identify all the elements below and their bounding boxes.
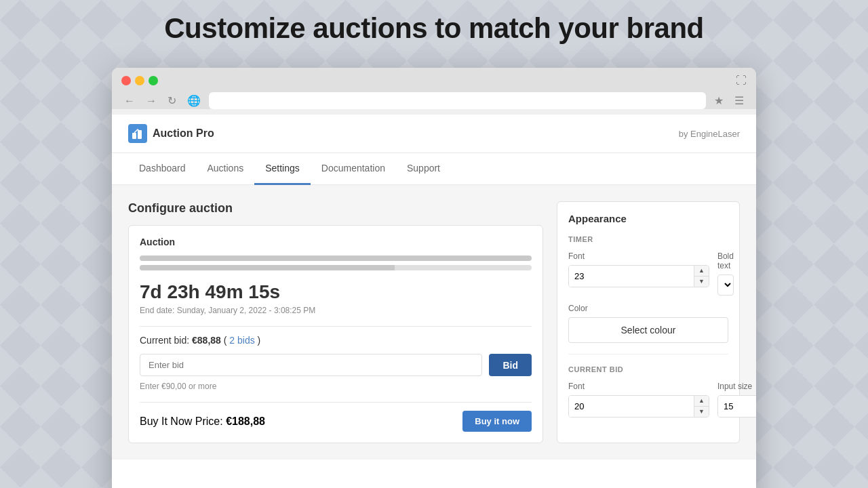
buy-now-button[interactable]: Buy it now <box>462 411 532 432</box>
auction-panel: Auction 7d 23h 49m 15s End date: Sunday,… <box>128 225 543 443</box>
input-size-label: Input size <box>717 382 756 391</box>
color-field-group: Color Select colour <box>568 304 728 343</box>
app-by-label: by EngineLaser <box>679 129 740 139</box>
current-bid-font-group: Font ▲ ▼ <box>568 382 709 418</box>
font-increment[interactable]: ▲ <box>694 266 709 277</box>
current-bid-label: Current bid: <box>140 335 189 346</box>
tab-support[interactable]: Support <box>396 153 451 185</box>
bold-text-label: Bold text <box>717 251 734 270</box>
timer-section-label: TIMER <box>568 235 728 243</box>
font-decrement[interactable]: ▼ <box>694 277 709 287</box>
font-label: Font <box>568 251 709 261</box>
bid-input[interactable] <box>140 354 482 376</box>
timer-display: 7d 23h 49m 15s <box>140 281 532 303</box>
tab-dashboard[interactable]: Dashboard <box>128 153 197 185</box>
globe-icon: 🌐 <box>184 93 203 108</box>
font-input[interactable] <box>569 266 694 287</box>
auction-panel-title: Auction <box>140 237 532 247</box>
current-bid-font-label: Font <box>568 382 709 391</box>
divider-1 <box>140 326 532 327</box>
buy-now-label: Buy It Now Price: <box>140 415 223 427</box>
font-input-wrapper: ▲ ▼ <box>568 265 709 287</box>
logo-icon <box>128 124 147 143</box>
min-bid-note: Enter €90,00 or more <box>140 382 532 391</box>
bold-text-select[interactable]: Yes No <box>717 274 734 296</box>
back-button[interactable]: ← <box>121 94 138 108</box>
current-bid-font-input[interactable] <box>569 396 694 417</box>
buy-now-price: €188,88 <box>226 415 265 427</box>
select-colour-button[interactable]: Select colour <box>568 317 728 343</box>
bid-row: Bid <box>140 354 532 376</box>
traffic-light-green[interactable] <box>149 76 158 85</box>
progress-bar-full <box>140 256 532 261</box>
input-size-input[interactable] <box>718 396 756 417</box>
traffic-light-red[interactable] <box>121 76 131 85</box>
font-spinner: ▲ ▼ <box>694 266 709 287</box>
tab-auctions[interactable]: Auctions <box>197 153 255 185</box>
bid-button[interactable]: Bid <box>489 354 532 376</box>
browser-chrome: ⛶ ← → ↻ 🌐 ★ ☰ <box>112 68 756 109</box>
current-bid-font-wrapper: ▲ ▼ <box>568 395 709 418</box>
appearance-panel: Appearance TIMER Font ▲ ▼ <box>557 201 740 443</box>
browser-top-bar: ⛶ <box>121 75 747 87</box>
appearance-title: Appearance <box>568 213 728 224</box>
browser-window: ⛶ ← → ↻ 🌐 ★ ☰ Auction Pro <box>112 68 756 488</box>
address-bar[interactable] <box>209 92 706 109</box>
bold-text-field-group: Bold text Yes No <box>717 251 734 296</box>
app-nav: Dashboard Auctions Settings Documentatio… <box>112 153 756 185</box>
tab-documentation[interactable]: Documentation <box>311 153 396 185</box>
font-field-group: Font ▲ ▼ <box>568 251 709 296</box>
bid-count: 2 bids <box>229 335 254 346</box>
main-content: Configure auction Auction 7d 23h <box>112 185 756 460</box>
current-bid-row: Current bid: €88,88 ( 2 bids ) <box>140 335 532 346</box>
progress-bar-partial <box>140 265 532 270</box>
page-heading: Customize auctions to match your brand <box>0 12 868 45</box>
svg-rect-0 <box>132 133 136 139</box>
menu-icon[interactable]: ☰ <box>732 93 747 108</box>
star-icon[interactable]: ★ <box>711 93 726 108</box>
input-size-wrapper: ▲ ▼ <box>717 395 756 418</box>
app-logo: Auction Pro <box>128 124 214 143</box>
end-date: End date: Sunday, January 2, 2022 - 3:08… <box>140 306 532 315</box>
app-title: Auction Pro <box>153 127 214 140</box>
input-size-group: Input size ▲ ▼ <box>717 382 756 418</box>
current-bid-section-label: CURRENT BID <box>568 365 728 373</box>
progress-fill-partial <box>140 265 395 270</box>
divider-2 <box>140 402 532 403</box>
progress-fill-full <box>140 256 532 261</box>
progress-bars <box>140 256 532 270</box>
bid-amount-value: €88,88 <box>192 335 221 346</box>
current-bid-fields: Font ▲ ▼ Input size <box>568 382 728 418</box>
app-header: Auction Pro by EngineLaser <box>112 115 756 153</box>
current-bid-font-spinner: ▲ ▼ <box>694 396 709 417</box>
forward-button[interactable]: → <box>143 94 159 108</box>
timer-field-row: Font ▲ ▼ Bold text Yes <box>568 251 728 296</box>
section-divider <box>568 354 728 354</box>
current-bid-font-increment[interactable]: ▲ <box>694 396 709 407</box>
traffic-light-yellow[interactable] <box>135 76 144 85</box>
section-title: Configure auction <box>128 201 543 216</box>
expand-button[interactable]: ⛶ <box>736 75 747 87</box>
tab-settings[interactable]: Settings <box>254 153 311 185</box>
refresh-button[interactable]: ↻ <box>165 93 179 108</box>
browser-nav: ← → ↻ 🌐 ★ ☰ <box>121 92 747 109</box>
color-label: Color <box>568 304 728 313</box>
current-bid-font-decrement[interactable]: ▼ <box>694 407 709 417</box>
browser-content: Auction Pro by EngineLaser Dashboard Auc… <box>112 115 756 488</box>
buy-now-row: Buy It Now Price: €188,88 Buy it now <box>140 411 532 432</box>
